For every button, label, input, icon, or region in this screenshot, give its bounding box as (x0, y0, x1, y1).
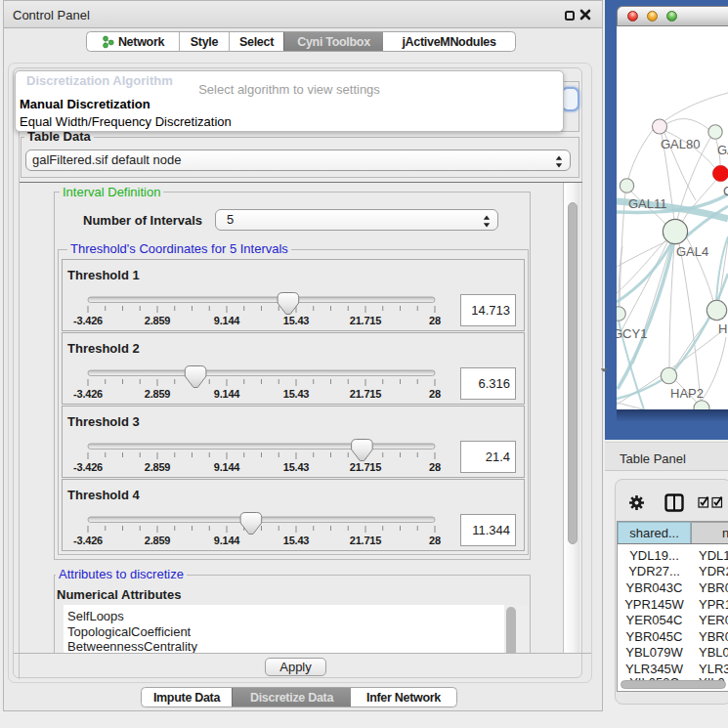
svg-text:9.144: 9.144 (214, 388, 241, 400)
svg-text:2.859: 2.859 (145, 388, 171, 400)
svg-text:2.859: 2.859 (145, 535, 171, 546)
svg-text:9.144: 9.144 (214, 461, 241, 473)
svg-text:21.715: 21.715 (350, 315, 382, 326)
svg-text:-3.426: -3.426 (73, 535, 103, 546)
svg-text:-3.426: -3.426 (73, 461, 103, 473)
svg-text:28: 28 (429, 315, 441, 326)
svg-text:GAL4: GAL4 (676, 244, 708, 259)
svg-text:21.715: 21.715 (350, 535, 382, 546)
svg-text:C: C (723, 184, 728, 198)
svg-text:GAL11: GAL11 (628, 196, 667, 211)
svg-text:28: 28 (429, 388, 441, 400)
svg-text:15.43: 15.43 (283, 535, 310, 546)
svg-text:-3.426: -3.426 (73, 388, 103, 400)
svg-text:9.144: 9.144 (214, 315, 241, 326)
svg-text:9.144: 9.144 (214, 535, 241, 546)
svg-text:15.43: 15.43 (283, 388, 310, 400)
svg-text:GAL80: GAL80 (661, 137, 700, 151)
svg-text:HAP2: HAP2 (670, 386, 704, 401)
svg-text:GCY1: GCY1 (617, 326, 647, 341)
svg-text:15.43: 15.43 (283, 315, 310, 326)
svg-text:21.715: 21.715 (350, 461, 382, 473)
svg-text:2.859: 2.859 (145, 315, 171, 326)
svg-text:2.859: 2.859 (145, 461, 171, 473)
svg-text:28: 28 (429, 461, 441, 473)
svg-text:21.715: 21.715 (350, 388, 382, 400)
svg-text:H: H (718, 321, 727, 336)
svg-text:28: 28 (429, 535, 441, 546)
svg-text:15.43: 15.43 (283, 461, 310, 473)
svg-text:GA: GA (717, 143, 728, 157)
svg-text:-3.426: -3.426 (73, 315, 103, 326)
